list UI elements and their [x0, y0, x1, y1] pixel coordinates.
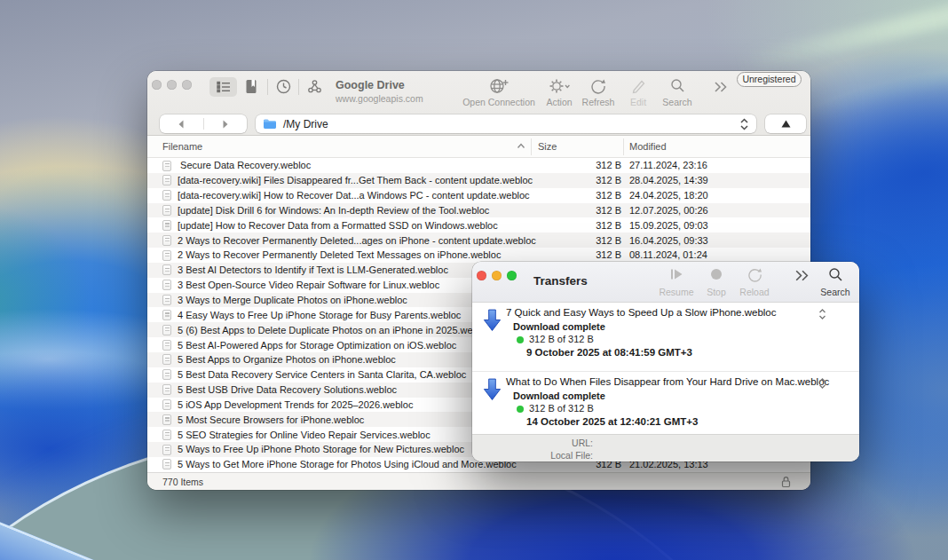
status-dot	[517, 336, 524, 343]
column-filename[interactable]: Filename	[162, 141, 202, 152]
nav-buttons	[160, 114, 247, 133]
file-size: 312 B	[596, 249, 621, 260]
toolbar-separator	[267, 79, 268, 95]
status-dot	[517, 406, 524, 413]
list-view-icon	[217, 81, 231, 93]
history-icon	[276, 79, 291, 94]
file-row[interactable]: [update] Disk Drill 6 for Windows: An In…	[147, 203, 810, 218]
file-name: 5 Best AI-Powered Apps for Storage Optim…	[178, 340, 456, 351]
file-row[interactable]: [data-recovery.wiki] Files Disappeared f…	[147, 173, 810, 188]
webloc-file-icon	[162, 220, 171, 231]
webloc-file-icon	[162, 414, 171, 425]
bookmarks-icon	[244, 79, 258, 94]
list-view-button[interactable]	[209, 77, 237, 97]
webloc-file-icon	[162, 325, 171, 335]
transfers-titlebar: Transfers Resume Stop Reload	[472, 262, 859, 303]
transfer-progress: 312 B of 312 B	[529, 403, 594, 414]
file-name: 5 Most Secure Browsers for iPhone.webloc	[178, 414, 364, 425]
file-name: 3 Best AI Detectors to Identify if Text …	[178, 264, 448, 275]
reload-button[interactable]: Reload	[731, 265, 778, 297]
file-row[interactable]: [data-recovery.wiki] How to Recover Dat.…	[147, 188, 810, 203]
file-modified: 16.04.2025, 09:33	[629, 235, 708, 246]
transfer-item[interactable]: 7 Quick and Easy Ways to Speed Up a Slow…	[472, 303, 859, 372]
transfer-timestamp: 14 October 2025 at 12:40:21 GMT+3	[526, 416, 698, 427]
file-size: 312 B	[596, 175, 621, 185]
file-name: 5 Best Apps to Organize Photos on iPhone…	[178, 354, 396, 365]
file-size: 312 B	[596, 160, 621, 170]
forward-button[interactable]	[204, 114, 248, 133]
transfer-filename: 7 Quick and Easy Ways to Speed Up a Slow…	[506, 307, 777, 318]
download-arrow-icon	[483, 308, 502, 336]
minimize-button[interactable]	[167, 80, 177, 90]
item-count: 770 Items	[162, 477, 203, 487]
webloc-file-icon	[162, 235, 171, 246]
search-button[interactable]: Search	[636, 77, 718, 107]
file-name: 5 Ways to Get More iPhone Storage for Ph…	[178, 459, 517, 469]
file-name: [update] How to Recover Data from a Form…	[178, 220, 498, 231]
transfer-progress: 312 B of 312 B	[529, 334, 594, 344]
file-name: [data-recovery.wiki] How to Recover Dat.…	[178, 190, 530, 201]
file-name: [data-recovery.wiki] Files Disappeared f…	[178, 175, 533, 185]
item-stepper-icon[interactable]	[818, 376, 826, 392]
toolbar-overflow-button[interactable]	[794, 269, 810, 286]
folder-icon	[263, 118, 277, 130]
webloc-file-icon	[162, 445, 171, 455]
history-button[interactable]	[276, 79, 291, 98]
webloc-file-icon	[162, 264, 171, 275]
search-button[interactable]: Search	[811, 265, 859, 297]
file-modified: 24.04.2025, 18:20	[629, 190, 708, 201]
file-name: 5 Best Data Recovery Service Centers in …	[178, 369, 466, 380]
file-name: 5 Ways to Free Up iPhone Photo Storage f…	[178, 444, 464, 454]
file-row[interactable]: [update] How to Recover Data from a Form…	[147, 217, 810, 233]
path-dropdown[interactable]: /My Drive	[256, 114, 756, 133]
column-divider[interactable]	[531, 138, 532, 155]
window-controls[interactable]	[477, 268, 522, 284]
toolbar-overflow-button[interactable]	[713, 81, 728, 97]
file-modified: 08.11.2024, 01:24	[629, 249, 707, 260]
column-modified[interactable]: Modified	[629, 141, 667, 152]
file-row[interactable]: 2 Ways to Recover Permanently Deleted...…	[147, 233, 810, 248]
window-controls[interactable]	[152, 77, 197, 93]
minimize-button[interactable]	[492, 271, 502, 280]
file-row[interactable]: Secure Data Recovery.webloc312 B27.11.20…	[147, 158, 810, 173]
transfers-footer: URL: Local File:	[472, 434, 859, 461]
file-name: [update] Disk Drill 6 for Windows: An In…	[178, 205, 489, 216]
window-title: Google Drive	[336, 79, 423, 91]
item-stepper-icon[interactable]	[818, 307, 826, 323]
sort-ascending-icon	[517, 143, 525, 149]
reload-icon	[747, 267, 762, 282]
path-bar: /My Drive	[147, 113, 810, 136]
transfer-item[interactable]: What to Do When Files Disappear from You…	[472, 372, 859, 441]
toolbar-separator	[298, 79, 299, 95]
back-button[interactable]	[160, 114, 203, 133]
webloc-file-icon	[162, 384, 171, 395]
globe-plus-icon	[489, 78, 509, 94]
transfer-filename: What to Do When Files Disappear from You…	[506, 376, 829, 387]
column-divider[interactable]	[623, 138, 624, 155]
search-icon	[670, 78, 685, 93]
resume-icon	[669, 267, 683, 281]
file-row[interactable]: 2 Ways to Recover Permanently Deleted Te…	[147, 248, 810, 263]
file-name: 4 Easy Ways to Free Up iPhone Storage fo…	[178, 310, 461, 320]
stop-icon	[710, 268, 723, 280]
zoom-button[interactable]	[507, 271, 517, 280]
file-name: 3 Ways to Merge Duplicate Photos on iPho…	[178, 295, 407, 305]
chevron-double-right-icon	[794, 269, 810, 282]
close-button[interactable]	[477, 271, 486, 280]
up-directory-button[interactable]	[765, 114, 806, 133]
webloc-file-icon	[162, 295, 171, 305]
transfer-list: 7 Quick and Easy Ways to Speed Up a Slow…	[472, 303, 859, 434]
dropdown-stepper-icon	[739, 118, 749, 130]
bookmarks-button[interactable]	[244, 79, 258, 98]
column-size[interactable]: Size	[538, 141, 557, 152]
back-icon	[177, 120, 186, 129]
zoom-button[interactable]	[182, 80, 192, 90]
unregistered-badge[interactable]: Unregistered	[737, 72, 802, 87]
webloc-file-icon	[162, 369, 171, 380]
webloc-file-icon	[162, 310, 171, 320]
file-size: 312 B	[596, 190, 621, 201]
lock-icon	[781, 476, 791, 490]
close-button[interactable]	[152, 80, 162, 90]
file-name: 5 (6) Best Apps to Delete Duplicate Phot…	[178, 325, 491, 335]
bonjour-button[interactable]	[307, 79, 322, 98]
